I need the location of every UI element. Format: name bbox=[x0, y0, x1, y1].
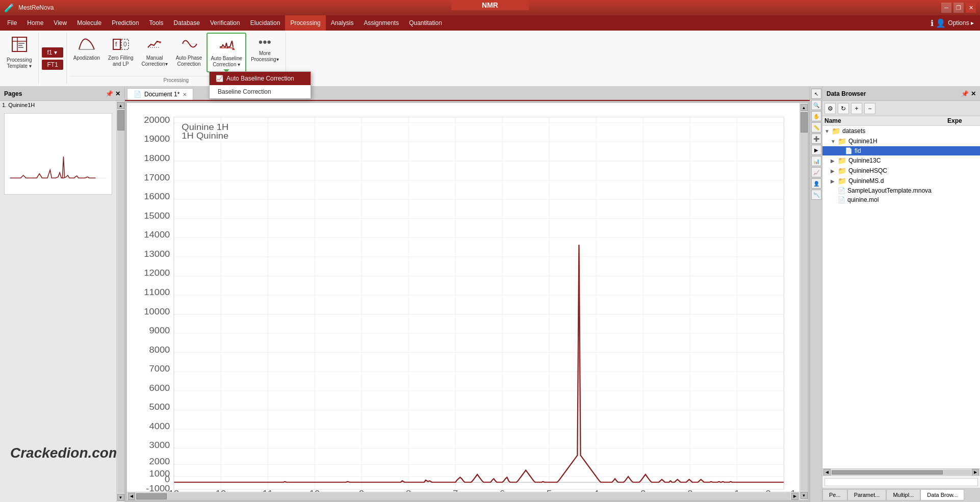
menu-database[interactable]: Database bbox=[169, 15, 205, 31]
chart-inner: 20000 19000 18000 17000 16000 15000 1400… bbox=[127, 103, 808, 500]
f1-button[interactable]: f1 ▾ bbox=[42, 47, 63, 58]
ft1-button[interactable]: FT1 bbox=[42, 60, 63, 70]
close-button[interactable]: ✕ bbox=[966, 3, 976, 13]
scroll-track[interactable] bbox=[117, 110, 124, 493]
processing-template-button[interactable]: ProcessingTemplate ▾ bbox=[3, 33, 35, 72]
db-item-quinine1h[interactable]: ▼ 📁 Quinine1H bbox=[822, 136, 980, 146]
menu-verification[interactable]: Verification bbox=[205, 15, 245, 31]
folder-icon-quininehsqc: 📁 bbox=[838, 167, 846, 175]
svg-text:10000: 10000 bbox=[144, 306, 170, 316]
chart-scroll-thumb-v[interactable] bbox=[801, 112, 808, 133]
svg-text:3000: 3000 bbox=[149, 440, 170, 450]
scroll-up-button[interactable]: ▲ bbox=[117, 102, 124, 109]
db-refresh-btn[interactable]: ↻ bbox=[838, 103, 849, 114]
doc-tab-close[interactable]: ✕ bbox=[183, 92, 187, 97]
document-area: 📄 Document 1* ✕ 20000 19000 18000 17 bbox=[125, 87, 810, 502]
tool-chart[interactable]: 📊 bbox=[811, 156, 821, 166]
chart-scroll-thumb-h[interactable] bbox=[136, 493, 167, 499]
tool-pan[interactable]: ✋ bbox=[811, 111, 821, 121]
auto-phase-correction-label: Auto PhaseCorrection bbox=[176, 55, 202, 67]
data-browser-header-controls[interactable]: 📌 ✕ bbox=[961, 90, 976, 97]
zero-filling-label: Zero Fillingand LP bbox=[108, 55, 133, 67]
menu-processing[interactable]: Processing bbox=[285, 15, 325, 31]
db-item-quininemol[interactable]: 📄 quinine.mol bbox=[822, 195, 980, 204]
db-search-input[interactable] bbox=[824, 478, 978, 486]
db-add-btn[interactable]: + bbox=[851, 103, 862, 114]
tool-run[interactable]: ▶ bbox=[811, 145, 821, 155]
svg-text:5000: 5000 bbox=[149, 402, 170, 412]
tool-zoom[interactable]: 🔍 bbox=[811, 100, 821, 110]
pages-scrollbar[interactable]: ▲ ▼ bbox=[116, 101, 124, 502]
chart-scroll-track-v[interactable] bbox=[801, 112, 808, 491]
db-tab-pe[interactable]: Pe... bbox=[822, 489, 847, 500]
menu-tools[interactable]: Tools bbox=[144, 15, 169, 31]
db-scroll-thumb[interactable] bbox=[832, 470, 943, 474]
document-tab-1[interactable]: 📄 Document 1* ✕ bbox=[127, 88, 193, 100]
db-tab-paramet[interactable]: Paramet... bbox=[847, 489, 887, 500]
db-hscrollbar[interactable]: ◀ ▶ bbox=[822, 468, 980, 475]
db-item-samplelayout[interactable]: 📄 SampleLayoutTemplate.mnova bbox=[822, 186, 980, 195]
chart-scroll-left[interactable]: ◀ bbox=[128, 493, 135, 500]
maximize-button[interactable]: ❐ bbox=[953, 3, 964, 13]
zero-filling-button[interactable]: f 0 Zero Fillingand LP bbox=[105, 33, 137, 72]
db-scroll-right[interactable]: ▶ bbox=[972, 469, 979, 476]
window-controls[interactable]: ─ ❐ ✕ bbox=[941, 3, 976, 13]
db-item-quinine13c[interactable]: ▶ 📁 Quinine13C bbox=[822, 155, 980, 166]
pages-title: Pages bbox=[4, 90, 22, 97]
data-browser-pin-icon[interactable]: 📌 bbox=[961, 90, 969, 97]
chart-vscrollbar[interactable]: ▲ ▼ bbox=[800, 103, 808, 500]
db-tab-databrow[interactable]: Data Brow... bbox=[920, 489, 964, 500]
tool-measure[interactable]: 📏 bbox=[811, 122, 821, 133]
pages-header-controls[interactable]: 📌 ✕ bbox=[106, 90, 120, 97]
menu-analysis[interactable]: Analysis bbox=[326, 15, 359, 31]
pages-pin-icon[interactable]: 📌 bbox=[106, 90, 113, 97]
minimize-button[interactable]: ─ bbox=[941, 3, 951, 13]
menu-molecule[interactable]: Molecule bbox=[72, 15, 107, 31]
scroll-thumb[interactable] bbox=[117, 110, 124, 130]
db-scroll-left[interactable]: ◀ bbox=[823, 469, 831, 476]
dropdown-icon: 📈 bbox=[216, 75, 223, 82]
data-browser-toolbar: ⚙ ↻ + − bbox=[822, 101, 980, 116]
auto-baseline-correction-button[interactable]: Auto BaselineCorrection ▾ bbox=[207, 33, 246, 72]
db-remove-btn[interactable]: − bbox=[864, 103, 875, 114]
db-item-quininemssd[interactable]: ▶ 📁 QuinineMS.d bbox=[822, 176, 980, 186]
db-item-datasets[interactable]: ▼ 📁 datasets bbox=[822, 126, 980, 136]
apodization-button[interactable]: Apodization bbox=[70, 33, 104, 72]
auto-phase-correction-button[interactable]: Auto PhaseCorrection bbox=[172, 33, 206, 72]
db-item-fid[interactable]: 📄 fid bbox=[822, 146, 980, 155]
menu-view[interactable]: View bbox=[48, 15, 72, 31]
auto-baseline-correction-label: Auto BaselineCorrection ▾ bbox=[211, 56, 242, 68]
data-browser-close-icon[interactable]: ✕ bbox=[971, 90, 976, 97]
dropdown-item-baseline-correction[interactable]: Baseline Correction bbox=[210, 85, 311, 98]
page-thumbnail-1[interactable] bbox=[4, 113, 112, 195]
more-processing-button[interactable]: ••• MoreProcessing▾ bbox=[247, 33, 282, 72]
db-tab-multipl[interactable]: Multipl... bbox=[886, 489, 920, 500]
db-label-datasets: datasets bbox=[842, 127, 865, 135]
db-settings-btn[interactable]: ⚙ bbox=[824, 103, 836, 114]
menu-assignments[interactable]: Assignments bbox=[358, 15, 404, 31]
scroll-down-button[interactable]: ▼ bbox=[117, 494, 124, 501]
options-label[interactable]: Options ▸ bbox=[948, 19, 974, 27]
menu-elucidation[interactable]: Elucidation bbox=[245, 15, 286, 31]
menu-file[interactable]: File bbox=[2, 15, 22, 31]
pages-close-icon[interactable]: ✕ bbox=[115, 90, 120, 97]
manual-correction-button[interactable]: ManualCorrection▾ bbox=[138, 33, 171, 72]
tool-add[interactable]: ➕ bbox=[811, 134, 821, 144]
db-scroll-track[interactable] bbox=[832, 470, 971, 475]
chart-scroll-track-h[interactable] bbox=[136, 493, 790, 500]
chart-scroll-up[interactable]: ▲ bbox=[801, 104, 808, 111]
data-browser-tree: Name Expe ▼ 📁 datasets ▼ 📁 Quinine1H 📄 f… bbox=[822, 116, 980, 468]
menu-quantitation[interactable]: Quantitation bbox=[404, 15, 447, 31]
tool-person[interactable]: 👤 bbox=[811, 178, 821, 189]
chart-scroll-right[interactable]: ▶ bbox=[791, 493, 798, 500]
tool-stats[interactable]: 📈 bbox=[811, 167, 821, 177]
tool-select[interactable]: ↖ bbox=[811, 89, 821, 99]
chart-scroll-down[interactable]: ▼ bbox=[801, 492, 808, 499]
menu-home[interactable]: Home bbox=[22, 15, 48, 31]
tool-graph[interactable]: 📉 bbox=[811, 190, 821, 200]
menu-prediction[interactable]: Prediction bbox=[107, 15, 144, 31]
chart-container: 20000 19000 18000 17000 16000 15000 1400… bbox=[127, 103, 808, 500]
chart-hscrollbar[interactable]: ◀ ▶ bbox=[127, 492, 800, 500]
db-label-quinine1h: Quinine1H bbox=[848, 138, 878, 145]
db-item-quininehsqc[interactable]: ▶ 📁 QuinineHSQC bbox=[822, 166, 980, 176]
